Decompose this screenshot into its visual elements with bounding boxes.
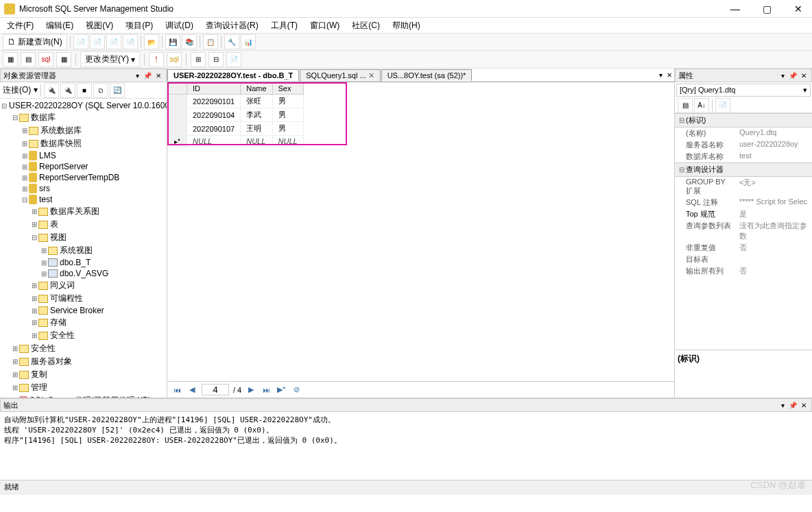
properties-object-dropdown[interactable]: [Qry] Query1.dtq▾ xyxy=(676,84,811,97)
sql-pane-icon[interactable]: sql xyxy=(38,52,53,67)
tree-lms[interactable]: ⊞LMS xyxy=(1,150,165,161)
menu-tools[interactable]: 工具(T) xyxy=(268,19,300,33)
tree-service-broker[interactable]: ⊞Service Broker xyxy=(1,305,165,316)
toolbar-icon[interactable]: 📄 xyxy=(123,34,138,49)
menu-debug[interactable]: 调试(D) xyxy=(163,19,196,33)
tree-views[interactable]: ⊟视图 xyxy=(1,231,165,244)
filter-icon[interactable]: 🗅 xyxy=(93,83,108,98)
nav-prev-icon[interactable]: ◀ xyxy=(187,385,198,395)
dropdown-icon[interactable]: ▾ xyxy=(781,72,785,80)
tab-dropdown-icon[interactable]: ▾ xyxy=(659,71,662,79)
menu-view[interactable]: 视图(V) xyxy=(83,19,116,33)
connect-icon[interactable]: 🔌 xyxy=(44,83,59,98)
properties-pages-icon[interactable]: 📄 xyxy=(715,98,730,113)
minimize-button[interactable]: — xyxy=(726,2,745,16)
tab-sqlquery1[interactable]: SQLQuery1.sql ...✕ xyxy=(300,69,380,82)
alphabetical-icon[interactable]: A↓ xyxy=(694,98,709,113)
dropdown-icon[interactable]: ▾ xyxy=(136,72,139,80)
tab-bt[interactable]: USER-20220228OY.test - dbo.B_T xyxy=(167,69,299,81)
connect-dropdown[interactable]: 连接(O) ▾ xyxy=(3,84,38,96)
tree-srs[interactable]: ⊞srs xyxy=(1,183,165,194)
prop-category-identity[interactable]: ⊟(标识) xyxy=(675,113,812,127)
nav-last-icon[interactable]: ⏭ xyxy=(261,385,272,395)
close-document-icon[interactable]: ✕ xyxy=(667,71,672,79)
criteria-pane-icon[interactable]: ▤ xyxy=(21,52,36,67)
toolbar-icon[interactable]: 📄 xyxy=(106,34,121,49)
open-icon[interactable]: 📂 xyxy=(144,34,159,49)
tree-reportserver[interactable]: ⊞ReportServer xyxy=(1,161,165,172)
close-button[interactable]: ✕ xyxy=(789,2,808,16)
toolbar-icon[interactable]: 📊 xyxy=(241,34,256,49)
tree-view-asvg[interactable]: ⊞dbo.V_ASVG xyxy=(1,268,165,279)
menu-project[interactable]: 项目(P) xyxy=(123,19,156,33)
pin-icon[interactable]: 📌 xyxy=(789,72,797,80)
object-explorer-header: 对象资源管理器 ▾ 📌 ✕ xyxy=(0,69,167,82)
tree-server[interactable]: ⊟USER-20220228OY (SQL Server 10.0.1600 xyxy=(1,100,165,111)
tree-security[interactable]: ⊞安全性 xyxy=(1,342,165,355)
tree-sys-views[interactable]: ⊞系统视图 xyxy=(1,244,165,257)
nav-new-icon[interactable]: ▶* xyxy=(276,385,287,395)
close-icon[interactable]: ✕ xyxy=(368,71,374,80)
toolbar-icon[interactable]: ⊟ xyxy=(208,52,224,67)
categorized-icon[interactable]: ▤ xyxy=(678,98,693,113)
tree-server-objects[interactable]: ⊞服务器对象 xyxy=(1,355,165,368)
tree-synonyms[interactable]: ⊞同义词 xyxy=(1,279,165,292)
tree-test[interactable]: ⊟test xyxy=(1,194,165,205)
menu-window[interactable]: 窗口(W) xyxy=(307,19,342,33)
tree-agent[interactable]: SQL Server 代理(已禁用代理 XP) xyxy=(1,394,165,398)
nav-next-icon[interactable]: ▶ xyxy=(246,385,256,395)
toolbar-icon[interactable]: 📄 xyxy=(226,52,241,67)
tree-management[interactable]: ⊞管理 xyxy=(1,381,165,394)
tree-tables[interactable]: ⊞表 xyxy=(1,218,165,231)
close-panel-icon[interactable]: ✕ xyxy=(156,72,161,80)
tree-replication[interactable]: ⊞复制 xyxy=(1,368,165,381)
stop-icon[interactable]: ■ xyxy=(77,83,92,98)
execute-icon[interactable]: ! xyxy=(149,52,164,67)
menu-file[interactable]: 文件(F) xyxy=(4,19,36,33)
close-panel-icon[interactable]: ✕ xyxy=(801,72,807,80)
dropdown-icon[interactable]: ▾ xyxy=(781,402,785,409)
close-panel-icon[interactable]: ✕ xyxy=(801,402,807,409)
change-type-button[interactable]: 更改类型(Y) ▾ xyxy=(80,51,140,67)
tree-db-snapshots[interactable]: ⊞数据库快照 xyxy=(1,137,165,150)
tree-databases[interactable]: ⊟数据库 xyxy=(1,111,165,124)
menu-edit[interactable]: 编辑(E) xyxy=(43,19,76,33)
toolbar-icon[interactable]: ⊞ xyxy=(191,52,206,67)
toolbar-query-designer: ▦ ▤ sql ▦ 更改类型(Y) ▾ ! sql ⊞ ⊟ 📄 xyxy=(0,51,812,69)
results-pane-icon[interactable]: ▦ xyxy=(56,52,71,67)
tree-view-bt[interactable]: ⊞dbo.B_T xyxy=(1,257,165,268)
new-query-button[interactable]: 🗋 新建查询(N) xyxy=(3,34,67,50)
object-explorer-tree[interactable]: ⊟USER-20220228OY (SQL Server 10.0.1600 ⊟… xyxy=(0,99,167,398)
nav-stop-icon[interactable]: ⊘ xyxy=(291,385,302,395)
properties-grid[interactable]: ⊟(标识) (名称)Query1.dtq 服务器名称user-20220228o… xyxy=(675,113,812,350)
tree-sys-databases[interactable]: ⊞系统数据库 xyxy=(1,124,165,137)
tree-programmability[interactable]: ⊞可编程性 xyxy=(1,292,165,305)
diagram-pane-icon[interactable]: ▦ xyxy=(3,52,18,67)
pin-icon[interactable]: 📌 xyxy=(789,402,797,409)
refresh-icon[interactable]: 🔄 xyxy=(110,83,125,98)
toolbar-icon[interactable]: 📄 xyxy=(90,34,105,49)
toolbar-icon[interactable]: 📄 xyxy=(73,34,88,49)
tree-db-diagrams[interactable]: ⊞数据库关系图 xyxy=(1,205,165,218)
verify-sql-icon[interactable]: sql xyxy=(167,52,182,67)
results-grid[interactable]: ID Name Sex 2022090101张旺男 2022090104李武男 … xyxy=(167,82,674,381)
tree-reportservertemp[interactable]: ⊞ReportServerTempDB xyxy=(1,172,165,183)
menu-community[interactable]: 社区(C) xyxy=(349,19,383,33)
object-explorer-panel: 对象资源管理器 ▾ 📌 ✕ 连接(O) ▾ 🔌 🔌 ■ 🗅 🔄 ⊟USER-20… xyxy=(0,69,167,398)
nav-first-icon[interactable]: ⏮ xyxy=(171,385,182,395)
output-text[interactable]: 自动附加到计算机"USER-20220228OY"上的进程"[14196] [S… xyxy=(0,412,812,480)
prop-category-designer[interactable]: ⊟查询设计器 xyxy=(675,162,812,177)
menu-help[interactable]: 帮助(H) xyxy=(390,19,423,33)
save-all-icon[interactable]: 📚 xyxy=(182,34,197,49)
menu-query-designer[interactable]: 查询设计器(R) xyxy=(203,19,261,33)
tree-storage[interactable]: ⊞存储 xyxy=(1,316,165,329)
toolbar-icon[interactable]: 🔧 xyxy=(224,34,239,49)
maximize-button[interactable]: ▢ xyxy=(757,2,776,16)
tab-us8oy[interactable]: US...8OY.test (sa (52))* xyxy=(381,69,473,81)
save-icon[interactable]: 💾 xyxy=(165,34,180,49)
toolbar-icon[interactable]: 📋 xyxy=(203,34,218,49)
pin-icon[interactable]: 📌 xyxy=(143,72,152,80)
tree-security-db[interactable]: ⊞安全性 xyxy=(1,329,165,342)
disconnect-icon[interactable]: 🔌 xyxy=(60,83,75,98)
nav-current-input[interactable] xyxy=(202,384,229,395)
